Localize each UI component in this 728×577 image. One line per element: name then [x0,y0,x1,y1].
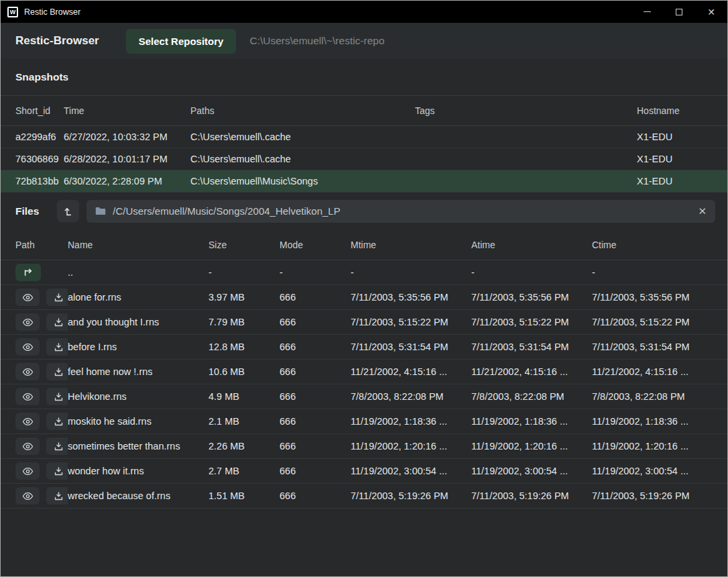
col-time: Time [64,96,190,125]
snapshot-row[interactable]: 72b813bb 6/30/2022, 2:28:09 PM C:\Users\… [1,170,727,192]
snapshot-paths: C:\Users\emuell\.cache [190,148,415,170]
file-ctime: 7/11/2003, 5:31:54 PM [592,335,727,360]
file-name: Helvikone.rns [68,384,208,409]
download-file-button[interactable] [46,462,68,480]
file-atime: 7/11/2003, 5:19:26 PM [471,484,592,509]
file-ctime: - [592,260,727,285]
close-button[interactable]: ✕ [695,1,727,23]
files-table-header: Path Name Size Mode Mtime Atime Ctime [1,230,727,260]
maximize-button[interactable] [663,1,695,23]
file-mtime: 11/19/2002, 3:00:54 ... [351,459,471,484]
download-file-button[interactable] [46,437,68,455]
window-controls: ✕ [631,1,727,23]
col-tags: Tags [415,96,637,125]
parent-directory-row[interactable]: .. - - - - - [1,260,727,285]
preview-file-button[interactable] [15,437,40,455]
download-icon [54,342,64,352]
snapshot-row[interactable]: 76306869 6/28/2022, 10:01:17 PM C:\Users… [1,148,727,170]
snapshot-hostname: X1-EDU [637,170,727,192]
download-file-button[interactable] [46,288,68,306]
file-mode: 666 [280,335,351,360]
file-size: 2.7 MB [208,459,280,484]
file-size: 1.51 MB [208,484,280,509]
file-mode: 666 [280,484,351,509]
snapshot-hostname: X1-EDU [637,148,727,170]
file-mtime: 7/11/2003, 5:35:56 PM [351,285,471,310]
file-atime: 11/19/2002, 3:00:54 ... [471,459,592,484]
snapshots-title: Snapshots [15,71,68,83]
file-ctime: 7/8/2003, 8:22:08 PM [592,384,727,409]
clear-path-button[interactable]: ✕ [698,205,707,217]
download-file-button[interactable] [46,413,68,430]
preview-file-button[interactable] [15,313,40,331]
minimize-button[interactable] [631,1,663,23]
file-ctime: 11/19/2002, 1:20:16 ... [592,434,727,459]
file-mode: 666 [280,285,351,310]
file-mtime: 7/11/2003, 5:31:54 PM [351,335,471,360]
file-name: before I.rns [68,335,208,360]
download-icon [54,417,64,427]
snapshot-time: 6/27/2022, 10:03:32 PM [64,125,190,148]
parent-directory-button[interactable] [15,264,41,281]
file-row: wrecked because of.rns 1.51 MB 666 7/11/… [1,484,727,509]
snapshot-tags [415,148,637,170]
download-file-button[interactable] [46,313,68,331]
file-atime: - [471,260,592,285]
parent-dir-arrow-icon [23,268,34,277]
file-size: - [208,260,280,285]
preview-file-button[interactable] [15,288,40,306]
file-atime: 7/11/2003, 5:15:22 PM [471,310,592,335]
col-mode: Mode [280,230,351,260]
file-size: 3.97 MB [208,285,280,310]
preview-file-button[interactable] [15,388,40,405]
preview-file-button[interactable] [15,338,40,356]
preview-file-button[interactable] [15,462,40,480]
file-name: feel home now !.rns [68,360,208,384]
eye-icon [22,318,34,327]
file-ctime: 7/11/2003, 5:15:22 PM [592,310,727,335]
file-mtime: 7/11/2003, 5:19:26 PM [351,484,471,509]
download-file-button[interactable] [46,388,68,405]
files-section-header: Files /C/Users/emuell/Music/Songs/2004_H… [1,193,727,230]
snapshot-row[interactable]: a2299af6 6/27/2022, 10:03:32 PM C:\Users… [1,125,727,148]
go-to-root-button[interactable] [57,200,79,222]
repository-header: Restic-Browser Select Repository C:\User… [1,23,727,59]
snapshot-tags [415,125,637,148]
file-mtime: 11/19/2002, 1:20:16 ... [351,434,471,459]
file-mtime: 7/11/2003, 5:15:22 PM [351,310,471,335]
download-file-button[interactable] [46,487,68,505]
file-name: sometimes better than.rns [68,434,208,459]
file-name: alone for.rns [68,285,208,310]
snapshot-paths: C:\Users\emuell\Music\Songs [190,170,415,192]
preview-file-button[interactable] [15,487,40,505]
preview-file-button[interactable] [15,363,40,380]
download-file-button[interactable] [46,338,68,356]
snapshots-table-header: Short_id Time Paths Tags Hostname [1,96,727,125]
file-row: feel home now !.rns 10.6 MB 666 11/21/20… [1,360,727,384]
file-row: sometimes better than.rns 2.26 MB 666 11… [1,434,727,459]
file-size: 2.26 MB [208,434,280,459]
preview-file-button[interactable] [15,413,40,430]
select-repository-button[interactable]: Select Repository [126,29,237,54]
snapshots-body: a2299af6 6/27/2022, 10:03:32 PM C:\Users… [1,125,727,192]
col-size: Size [208,230,280,260]
snapshot-tags [415,170,637,192]
file-name: moskito he said.rns [68,409,208,434]
titlebar[interactable]: W Restic Browser ✕ [1,1,727,23]
file-size: 4.9 MB [208,384,280,409]
col-hostname: Hostname [637,96,727,125]
folder-icon [95,207,106,215]
file-atime: 11/19/2002, 1:18:36 ... [471,409,592,434]
eye-icon [22,417,34,426]
file-size: 10.6 MB [208,360,280,384]
download-file-button[interactable] [46,363,68,380]
snapshot-short-id: a2299af6 [1,125,64,148]
col-mtime: Mtime [351,230,471,260]
current-path-field[interactable]: /C/Users/emuell/Music/Songs/2004_Helveti… [86,200,715,223]
snapshot-hostname: X1-EDU [637,125,727,148]
file-row: alone for.rns 3.97 MB 666 7/11/2003, 5:3… [1,285,727,310]
repository-path-label: C:\Users\emuell\~\restic-repo [249,35,384,47]
file-mtime: 11/21/2002, 4:15:16 ... [351,360,471,384]
minimize-icon [644,11,651,12]
col-name: Name [68,230,208,260]
